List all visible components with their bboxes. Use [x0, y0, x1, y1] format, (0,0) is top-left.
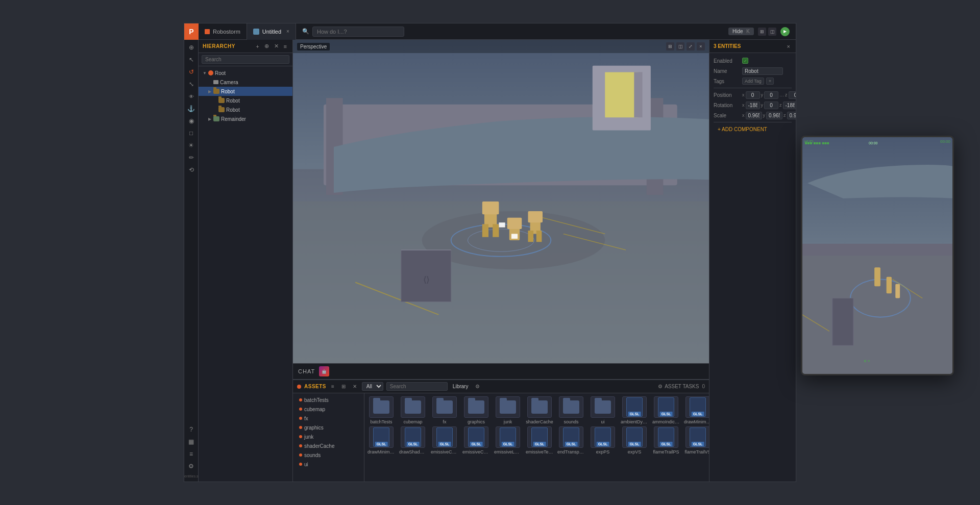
tab-close-icon[interactable]: × — [286, 29, 289, 34]
asset-drawminimapb[interactable]: GLSL drawMinimapB... — [684, 396, 709, 424]
assets-tree-item-batchtests[interactable]: batchTests — [293, 395, 364, 405]
props-close-btn[interactable]: × — [786, 43, 792, 50]
filter-list-btn[interactable]: ≡ — [329, 383, 336, 390]
assets-tree: batchTests cubemap fx graphics — [293, 393, 364, 482]
assets-tree-item-graphics[interactable]: graphics — [293, 423, 364, 432]
filter-select[interactable]: All — [362, 382, 383, 391]
asset-cubemap[interactable]: cubemap — [399, 396, 427, 424]
visibility-icon[interactable]: ◉ — [186, 115, 197, 127]
name-input[interactable] — [742, 67, 783, 75]
hide-button[interactable]: Hide K — [728, 28, 754, 35]
history-icon[interactable]: ⟲ — [186, 164, 197, 175]
asset-icon: GLSL — [685, 396, 709, 418]
anchor-icon[interactable]: ⚓ — [186, 103, 197, 114]
asset-ui[interactable]: ui — [589, 396, 617, 424]
entity-icon[interactable]: □ — [186, 128, 197, 139]
asset-junk[interactable]: junk — [494, 396, 522, 424]
assets-tree-item-junk[interactable]: junk — [293, 432, 364, 441]
assets-tree-item-sounds[interactable]: sounds — [293, 450, 364, 460]
asset-flametrailps[interactable]: GLSL flameTrailPS — [652, 426, 680, 454]
tree-item-robot3[interactable]: Robot — [199, 105, 292, 114]
tag-plus-btn[interactable]: + — [766, 78, 774, 85]
asset-drawshadowb[interactable]: GLSL drawShadowB... — [399, 426, 427, 454]
viewport-grid-icon[interactable]: ⊞ — [666, 42, 674, 50]
filter-grid-btn[interactable]: ⊞ — [339, 383, 348, 390]
play-button[interactable]: ▶ — [780, 27, 790, 36]
light-icon[interactable]: ☀ — [186, 140, 197, 151]
assets-tree-item-cubemap[interactable]: cubemap — [293, 405, 364, 414]
asset-tasks-btn[interactable]: ⚙ ASSET TASKS — [658, 384, 699, 389]
asset-endtransparen[interactable]: GLSL endTransparen... — [557, 426, 585, 454]
position-y-input[interactable] — [764, 91, 778, 99]
scale-z-input[interactable] — [787, 112, 796, 119]
folder-dot — [299, 463, 302, 466]
asset-flametrailvs[interactable]: GLSL flameTrailVS — [684, 426, 709, 454]
tree-item-robot2[interactable]: Robot — [199, 96, 292, 105]
help-icon[interactable]: ? — [186, 424, 197, 435]
hierarchy-menu-btn[interactable]: ≡ — [282, 42, 288, 50]
search-input[interactable] — [312, 27, 404, 37]
center-area: ⟨⟩ Perspective ⊞ ◫ ⤢ — [293, 40, 709, 482]
hierarchy-add-btn[interactable]: + — [254, 42, 260, 50]
scale-x-input[interactable] — [746, 112, 762, 119]
library-btn[interactable]: Library — [451, 383, 471, 390]
tree-item-remainder[interactable]: ▶ Remainder — [199, 114, 292, 123]
rotate-icon[interactable]: ↺ — [186, 66, 197, 78]
rotation-z-input[interactable] — [783, 102, 796, 109]
hierarchy-search-input[interactable] — [202, 55, 289, 64]
add-component-btn[interactable]: + ADD COMPONENT — [714, 124, 771, 134]
grid-view-icon[interactable]: ⊞ — [758, 28, 766, 36]
scale-icon[interactable]: ⤡ — [186, 79, 197, 90]
asset-shadercache[interactable]: shaderCache — [526, 396, 553, 424]
asset-graphics[interactable]: graphics — [462, 396, 490, 424]
library-settings-btn[interactable]: ⚙ — [473, 383, 482, 390]
properties-panel: 3 ENTITIES × Enabled ✓ Name Tags — [709, 40, 796, 482]
grid2-icon[interactable]: ▦ — [186, 436, 197, 447]
add-tag-btn[interactable]: Add Tag — [742, 78, 764, 85]
filter-delete-btn[interactable]: ✕ — [351, 383, 359, 390]
eye-icon[interactable]: 👁 — [186, 91, 197, 102]
select-icon[interactable]: ↖ — [186, 54, 197, 65]
tree-item-robot1[interactable]: ▶ Robot — [199, 87, 292, 96]
asset-sounds[interactable]: sounds — [557, 396, 585, 424]
tab-untitled[interactable]: Untitled × — [247, 23, 296, 40]
asset-emissivelamp[interactable]: GLSL emissiveLamp... — [494, 426, 522, 454]
tree-item-camera[interactable]: Camera — [199, 78, 292, 87]
asset-ambientdynfr[interactable]: GLSL ambientDynFr... — [621, 396, 648, 424]
rotation-x-input[interactable] — [746, 102, 760, 109]
asset-fx[interactable]: fx — [431, 396, 458, 424]
folder-icon-rem — [213, 116, 219, 121]
move-icon[interactable]: ⊕ — [186, 42, 197, 53]
asset-batchtests[interactable]: batchTests — [368, 396, 395, 424]
assets-tree-item-fx[interactable]: fx — [293, 414, 364, 423]
viewport-close-icon[interactable]: × — [697, 42, 705, 50]
asset-drawminimapc[interactable]: GLSL drawMinimapC... — [368, 426, 395, 454]
cam-view-icon[interactable]: ◫ — [768, 28, 776, 36]
asset-emissiveconst[interactable]: GLSL emissiveConst... — [462, 426, 490, 454]
enabled-checkbox[interactable]: ✓ — [742, 58, 748, 64]
tab-robostorm[interactable]: Robostorm — [199, 23, 247, 40]
assets-search-input[interactable] — [386, 382, 448, 391]
asset-expvs[interactable]: GLSL expVS — [621, 426, 648, 454]
viewport-cam-icon[interactable]: ◫ — [676, 42, 684, 50]
hierarchy-add-entity-btn[interactable]: ⊕ — [263, 42, 271, 50]
layers-icon[interactable]: ≡ — [186, 448, 197, 460]
hierarchy-delete-btn[interactable]: ✕ — [273, 42, 280, 50]
asset-expps[interactable]: GLSL expPS — [589, 426, 617, 454]
viewport-maximize-icon[interactable]: ⤢ — [687, 42, 695, 50]
asset-icon: GLSL — [654, 426, 678, 448]
tree-item-root[interactable]: ▼ Root — [199, 68, 292, 78]
asset-emissivetexex[interactable]: GLSL emissiveTexEx... — [526, 426, 553, 454]
position-z-input[interactable] — [789, 91, 796, 99]
position-x-input[interactable] — [746, 91, 760, 99]
svg-rect-23 — [511, 234, 518, 239]
asset-emissivecaptu[interactable]: GLSL emissiveCaptu... — [431, 426, 458, 454]
scale-y-input[interactable] — [766, 112, 782, 119]
asset-ammoindicator[interactable]: GLSL ammoIndicator... — [652, 396, 680, 424]
edit-icon[interactable]: ✏ — [186, 152, 197, 163]
assets-tree-item-shadercache[interactable]: shaderCache — [293, 441, 364, 450]
settings-icon[interactable]: ⚙ — [186, 461, 197, 472]
rotation-y-input[interactable] — [764, 102, 778, 109]
chat-avatar[interactable]: 🤖 — [319, 366, 329, 376]
assets-tree-item-ui[interactable]: ui — [293, 460, 364, 469]
